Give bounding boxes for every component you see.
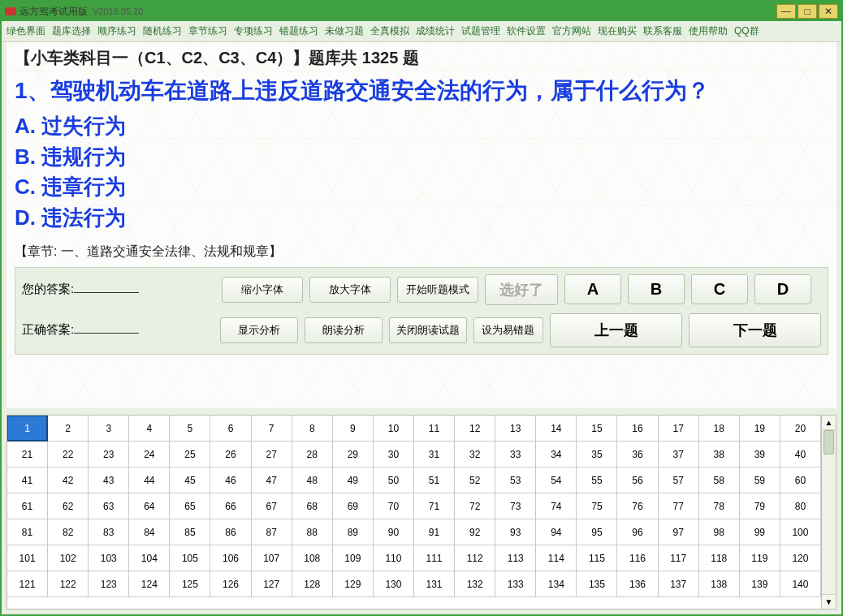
question-cell[interactable]: 76 xyxy=(616,493,658,519)
question-cell[interactable]: 124 xyxy=(128,571,170,597)
question-cell[interactable]: 18 xyxy=(698,416,740,442)
question-cell[interactable]: 135 xyxy=(576,571,617,597)
menu-item[interactable]: 官方网站 xyxy=(552,24,591,38)
question-cell[interactable]: 118 xyxy=(698,545,740,571)
question-cell[interactable]: 46 xyxy=(210,467,251,493)
question-cell[interactable]: 130 xyxy=(373,571,414,597)
question-cell[interactable]: 22 xyxy=(47,441,89,467)
question-cell[interactable]: 72 xyxy=(454,493,495,519)
question-cell[interactable]: 63 xyxy=(88,493,129,519)
question-cell[interactable]: 36 xyxy=(616,441,658,467)
question-cell[interactable]: 11 xyxy=(413,416,455,442)
show-analysis-button[interactable]: 显示分析 xyxy=(220,317,298,343)
question-cell[interactable]: 4 xyxy=(128,416,170,442)
question-cell[interactable]: 125 xyxy=(169,571,210,597)
question-cell[interactable]: 21 xyxy=(7,441,48,467)
question-cell[interactable]: 14 xyxy=(535,416,577,442)
question-cell[interactable]: 55 xyxy=(576,467,617,493)
question-cell[interactable]: 64 xyxy=(128,493,170,519)
question-cell[interactable]: 25 xyxy=(169,441,210,467)
question-cell[interactable]: 74 xyxy=(535,493,577,519)
enlarge-font-button[interactable]: 放大字体 xyxy=(309,277,391,303)
question-cell[interactable]: 68 xyxy=(292,493,333,519)
question-cell[interactable]: 117 xyxy=(658,545,699,571)
question-cell[interactable]: 28 xyxy=(292,441,333,467)
question-cell[interactable]: 87 xyxy=(251,519,292,545)
question-cell[interactable]: 15 xyxy=(576,416,617,442)
question-cell[interactable]: 131 xyxy=(413,571,455,597)
question-cell[interactable]: 47 xyxy=(251,467,292,493)
question-cell[interactable]: 107 xyxy=(251,545,292,571)
menu-item[interactable]: 未做习题 xyxy=(325,24,364,38)
question-cell[interactable]: 61 xyxy=(7,493,48,519)
question-cell[interactable]: 113 xyxy=(495,545,536,571)
question-cell[interactable]: 84 xyxy=(128,519,170,545)
question-cell[interactable]: 45 xyxy=(169,467,210,493)
question-cell[interactable]: 89 xyxy=(332,519,374,545)
question-cell[interactable]: 120 xyxy=(780,545,821,571)
question-cell[interactable]: 5 xyxy=(169,416,210,442)
question-cell[interactable]: 136 xyxy=(616,571,658,597)
question-cell[interactable]: 54 xyxy=(535,467,577,493)
chosen-button[interactable]: 选好了 xyxy=(485,274,558,305)
question-cell[interactable]: 139 xyxy=(739,571,780,597)
question-cell[interactable]: 62 xyxy=(47,493,89,519)
question-cell[interactable]: 3 xyxy=(88,416,129,442)
question-cell[interactable]: 86 xyxy=(210,519,251,545)
question-cell[interactable]: 17 xyxy=(658,416,699,442)
question-cell[interactable]: 126 xyxy=(210,571,251,597)
question-cell[interactable]: 79 xyxy=(739,493,780,519)
question-cell[interactable]: 96 xyxy=(616,519,658,545)
close-button[interactable]: ✕ xyxy=(819,4,838,19)
question-cell[interactable]: 34 xyxy=(535,441,577,467)
menu-item[interactable]: 成绩统计 xyxy=(416,24,455,38)
question-cell[interactable]: 137 xyxy=(658,571,699,597)
question-cell[interactable]: 65 xyxy=(169,493,210,519)
question-cell[interactable]: 98 xyxy=(698,519,740,545)
question-cell[interactable]: 99 xyxy=(739,519,780,545)
answer-b-button[interactable]: B xyxy=(628,274,685,304)
question-cell[interactable]: 23 xyxy=(88,441,129,467)
question-cell[interactable]: 90 xyxy=(373,519,414,545)
question-cell[interactable]: 92 xyxy=(454,519,495,545)
question-cell[interactable]: 103 xyxy=(88,545,129,571)
question-cell[interactable]: 2 xyxy=(47,416,89,442)
question-cell[interactable]: 16 xyxy=(616,416,658,442)
question-cell[interactable]: 93 xyxy=(495,519,536,545)
start-listen-button[interactable]: 开始听题模式 xyxy=(397,277,478,303)
question-cell[interactable]: 10 xyxy=(373,416,414,442)
question-cell[interactable]: 116 xyxy=(616,545,658,571)
maximize-button[interactable]: □ xyxy=(798,4,817,19)
question-cell[interactable]: 114 xyxy=(535,545,577,571)
question-cell[interactable]: 75 xyxy=(576,493,617,519)
menu-item[interactable]: 全真模拟 xyxy=(370,24,409,38)
question-cell[interactable]: 50 xyxy=(373,467,414,493)
shrink-font-button[interactable]: 缩小字体 xyxy=(222,277,303,303)
scroll-down-button[interactable]: ▼ xyxy=(822,594,836,609)
question-cell[interactable]: 38 xyxy=(698,441,740,467)
menu-item[interactable]: 随机练习 xyxy=(143,24,182,38)
question-cell[interactable]: 123 xyxy=(88,571,129,597)
question-cell[interactable]: 101 xyxy=(7,545,48,571)
prev-question-button[interactable]: 上一题 xyxy=(550,313,682,347)
menu-item[interactable]: 试题管理 xyxy=(461,24,500,38)
question-cell[interactable]: 122 xyxy=(47,571,89,597)
menu-item[interactable]: QQ群 xyxy=(734,24,759,38)
question-cell[interactable]: 6 xyxy=(210,416,251,442)
question-cell[interactable]: 32 xyxy=(454,441,495,467)
question-cell[interactable]: 110 xyxy=(373,545,414,571)
grid-scrollbar[interactable]: ▲ ▼ xyxy=(821,416,836,609)
question-cell[interactable]: 56 xyxy=(616,467,658,493)
question-cell[interactable]: 39 xyxy=(739,441,780,467)
menu-item[interactable]: 联系客服 xyxy=(643,24,682,38)
question-cell[interactable]: 112 xyxy=(454,545,495,571)
minimize-button[interactable]: — xyxy=(776,4,796,19)
menu-item[interactable]: 章节练习 xyxy=(188,24,227,38)
question-cell[interactable]: 100 xyxy=(780,519,821,545)
question-cell[interactable]: 132 xyxy=(454,571,495,597)
question-cell[interactable]: 109 xyxy=(332,545,374,571)
question-cell[interactable]: 119 xyxy=(739,545,780,571)
question-cell[interactable]: 94 xyxy=(535,519,577,545)
question-cell[interactable]: 133 xyxy=(495,571,536,597)
question-cell[interactable]: 29 xyxy=(332,441,374,467)
